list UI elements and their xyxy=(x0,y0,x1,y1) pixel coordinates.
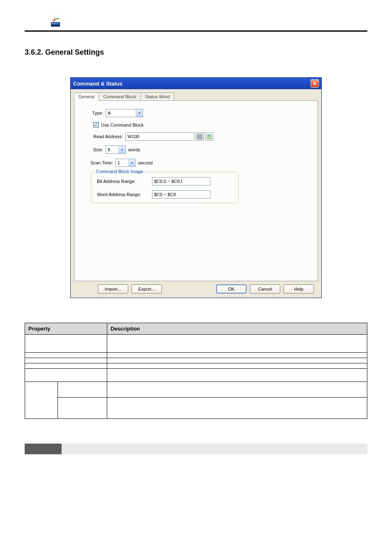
tab-panel-general: Type: ▾ ✓ Use Command Block Read Address… xyxy=(74,100,318,281)
dialog-titlebar: Command & Status xyxy=(71,78,321,89)
word-range-value xyxy=(152,190,210,199)
th-property: Property xyxy=(25,323,107,335)
app-logo-icon xyxy=(50,16,62,28)
keypad-icon[interactable] xyxy=(196,132,204,141)
th-property-label: Property xyxy=(28,326,50,332)
svg-rect-14 xyxy=(201,137,201,138)
tab-status-word-label: Status Word xyxy=(145,94,170,99)
tag-icon[interactable] xyxy=(205,132,213,141)
scan-time-value[interactable] xyxy=(116,159,128,166)
dialog-title: Command & Status xyxy=(73,81,122,87)
cell-description xyxy=(107,358,367,363)
read-address-label: Read Address: xyxy=(93,134,123,139)
type-value[interactable] xyxy=(106,109,136,117)
svg-rect-9 xyxy=(198,136,199,137)
svg-rect-6 xyxy=(198,135,199,136)
svg-rect-11 xyxy=(201,136,201,137)
svg-rect-1 xyxy=(52,23,53,24)
export-button[interactable]: Export... xyxy=(131,284,162,294)
table-row xyxy=(25,382,367,398)
bit-range-label: Bit Address Range: xyxy=(97,179,150,184)
cell-description xyxy=(107,335,367,353)
property-table: Property Description xyxy=(25,323,367,419)
size-value[interactable] xyxy=(106,146,118,153)
svg-rect-7 xyxy=(199,135,200,136)
svg-rect-3 xyxy=(57,23,58,24)
export-button-label: Export... xyxy=(138,287,155,291)
word-range-label: Word Address Range: xyxy=(97,192,150,197)
cell-description xyxy=(107,397,367,419)
cell-property xyxy=(58,397,107,419)
help-button-label: Help xyxy=(294,287,304,291)
svg-rect-8 xyxy=(201,135,201,136)
cell-property xyxy=(25,358,107,363)
cell-group xyxy=(25,382,58,419)
close-icon[interactable] xyxy=(311,79,319,88)
table-row xyxy=(25,363,367,369)
scan-time-unit: second xyxy=(138,160,152,165)
command-block-image-legend: Command Block Image xyxy=(95,169,145,174)
th-description: Description xyxy=(107,323,367,335)
svg-point-4 xyxy=(58,18,60,20)
tab-general[interactable]: General xyxy=(74,92,99,101)
scan-time-select[interactable]: ▾ xyxy=(115,159,136,167)
ok-button-label: OK xyxy=(228,287,235,291)
section-heading: 3.6.2. General Settings xyxy=(25,48,367,57)
chevron-down-icon[interactable]: ▾ xyxy=(128,159,135,166)
chevron-down-icon[interactable]: ▾ xyxy=(118,146,125,153)
table-row xyxy=(25,358,367,363)
tab-general-label: General xyxy=(78,94,95,99)
svg-rect-2 xyxy=(54,23,56,24)
th-description-label: Description xyxy=(111,326,140,332)
svg-rect-12 xyxy=(198,137,199,138)
page-footer xyxy=(25,444,367,454)
svg-rect-0 xyxy=(51,22,60,27)
size-unit: words xyxy=(128,147,140,152)
command-status-dialog: Command & Status General Command Block S… xyxy=(70,77,322,298)
ok-button[interactable]: OK xyxy=(216,284,247,294)
cell-description xyxy=(107,369,367,382)
footer-light-block xyxy=(62,444,367,454)
use-command-block-label: Use Command Block xyxy=(101,123,143,127)
cell-description xyxy=(107,353,367,358)
cell-property xyxy=(25,353,107,358)
table-row xyxy=(25,369,367,382)
bit-range-value xyxy=(152,177,210,185)
type-select[interactable]: ▾ xyxy=(106,109,143,117)
cell-description xyxy=(107,363,367,369)
cell-property xyxy=(25,363,107,369)
help-button[interactable]: Help xyxy=(284,284,314,294)
use-command-block-checkbox[interactable]: ✓ xyxy=(93,122,99,127)
tab-command-block[interactable]: Command Block xyxy=(99,92,141,100)
cancel-button-label: Cancel xyxy=(258,287,272,291)
svg-rect-13 xyxy=(199,137,200,138)
size-label: Size: xyxy=(82,147,103,152)
cell-description xyxy=(107,382,367,398)
command-block-image-group: Command Block Image Bit Address Range: W… xyxy=(91,172,239,203)
svg-rect-10 xyxy=(199,136,200,137)
table-row xyxy=(25,397,367,419)
cell-property xyxy=(25,369,107,382)
import-button[interactable]: Import... xyxy=(98,284,128,294)
tabstrip: General Command Block Status Word xyxy=(74,92,318,100)
tab-command-block-label: Command Block xyxy=(103,94,136,99)
chevron-down-icon[interactable]: ▾ xyxy=(136,109,143,117)
type-label: Type: xyxy=(82,111,103,116)
scan-time-label: Scan Time: xyxy=(82,160,113,165)
cell-property xyxy=(25,335,107,353)
tab-status-word[interactable]: Status Word xyxy=(141,92,174,100)
read-address-input[interactable] xyxy=(125,132,194,141)
footer-dark-block xyxy=(25,444,62,454)
table-row xyxy=(25,353,367,358)
import-button-label: Import... xyxy=(105,287,121,291)
cancel-button[interactable]: Cancel xyxy=(250,284,280,294)
cell-property xyxy=(58,382,107,398)
table-row xyxy=(25,335,367,353)
size-select[interactable]: ▾ xyxy=(106,146,126,154)
